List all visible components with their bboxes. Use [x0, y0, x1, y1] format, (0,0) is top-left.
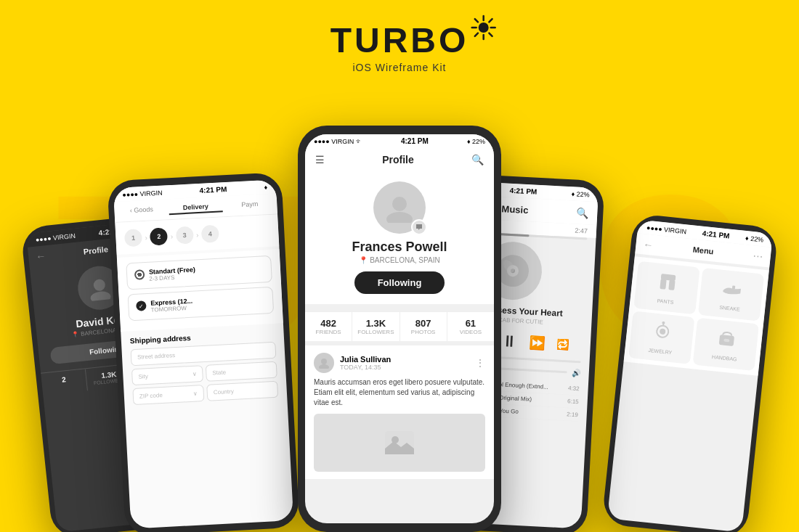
- post-image: [314, 414, 485, 472]
- forward-button[interactable]: ⏩: [529, 335, 545, 351]
- shipping-section: Shipping address Street address Sity∨ St…: [121, 323, 288, 414]
- svg-point-26: [659, 328, 665, 335]
- svg-rect-24: [731, 285, 735, 289]
- zip-input[interactable]: ZIP code∨: [132, 385, 204, 405]
- profile-nav: ☰ Profile 🔍: [305, 148, 494, 171]
- step-1: 1: [124, 229, 142, 247]
- music-search-icon[interactable]: 🔍: [576, 207, 589, 219]
- state-input[interactable]: State: [206, 361, 277, 382]
- pause-button[interactable]: ⏸: [501, 332, 518, 351]
- sneakers-icon: [704, 276, 759, 306]
- stat-photos: 807 PHOTOS: [400, 312, 447, 341]
- handbag-icon: [699, 325, 754, 355]
- svg-line-7: [489, 19, 492, 22]
- stat-photos-label: PHOTOS: [403, 329, 444, 335]
- menu-item-handbag[interactable]: HANDBAG: [693, 318, 759, 372]
- sc-profile: 4:21 PM: [401, 137, 429, 145]
- sr-menu: ♦ 22%: [745, 234, 764, 243]
- stat-followers-num: 1.3K: [355, 318, 396, 329]
- screen-delivery: ●●●● VIRGIN 4:21 PM ♦ ‹ Goods Delivery P…: [113, 179, 293, 528]
- post-avatar: [314, 353, 334, 373]
- svg-rect-22: [660, 279, 666, 290]
- option-express-sub: TOMORROW: [150, 305, 192, 314]
- music-nav-title: Music: [501, 203, 529, 216]
- option-express[interactable]: ✓ Express (12... TOMORROW: [128, 287, 275, 321]
- tab-payment[interactable]: Paym: [222, 197, 277, 212]
- phone-menu: ●●●● VIRGIN 4:21 PM ♦ 22% ← Menu ⋯: [601, 213, 779, 532]
- svg-line-8: [474, 33, 477, 36]
- tab-goods[interactable]: ‹ Goods: [114, 203, 169, 218]
- screen-profile-center: ●●●● VIRGIN ᯤ 4:21 PM ♦ 22% ☰ Profile 🔍: [305, 134, 494, 523]
- chat-badge[interactable]: [411, 219, 427, 235]
- sl-menu: ●●●● VIRGIN: [646, 224, 687, 235]
- menu-item-pants[interactable]: PANTS: [633, 261, 699, 315]
- post-text: Mauris accumsan eros eget libero posuere…: [314, 377, 485, 408]
- stat-videos-label: VIDEOS: [450, 329, 491, 335]
- post-time: TODAY, 14:35: [340, 364, 475, 371]
- check-express[interactable]: ✓: [136, 300, 147, 311]
- radio-standard[interactable]: [134, 269, 145, 280]
- svg-line-5: [474, 19, 477, 22]
- repeat-button[interactable]: 🔁: [556, 338, 569, 351]
- sr-delivery: ♦: [264, 184, 267, 191]
- option-express-info: Express (12... TOMORROW: [150, 298, 193, 314]
- svg-point-13: [321, 359, 327, 364]
- pants-icon: [640, 269, 695, 298]
- stat-videos: 61 VIDEOS: [447, 312, 494, 341]
- profile-post: Julia Sullivan TODAY, 14:35 ⋮ Mauris acc…: [305, 345, 494, 479]
- phones-container: ●●●● VIRGIN 4:21 PM ♦ ← Profile ⋯ David …: [0, 111, 799, 532]
- option-standard-info: Standart (Free) 2-3 DAYS: [149, 266, 196, 282]
- svg-rect-23: [668, 279, 675, 290]
- sc-menu: 4:21 PM: [702, 229, 730, 240]
- stat-followers-label: FOLLOWERS: [355, 329, 396, 335]
- profile-location: 📍 BARCELONA, SPAIN: [315, 256, 484, 264]
- menu-grid: PANTS SNEAKE: [624, 256, 769, 376]
- pl-dur-1: 6:15: [567, 398, 579, 405]
- following-button[interactable]: Following: [354, 271, 445, 294]
- step-3: 3: [175, 226, 193, 245]
- header: TURBO iOS Wireframe Kit: [330, 20, 469, 73]
- sc-delivery: 4:21 PM: [199, 185, 227, 195]
- country-input[interactable]: Country: [206, 381, 278, 401]
- stat-friends-num: 482: [308, 318, 349, 329]
- sc-music: 4:21 PM: [509, 187, 537, 196]
- status-bar-profile: ●●●● VIRGIN ᯤ 4:21 PM ♦ 22%: [305, 134, 494, 148]
- profile-stats: 482 FRIENDS 1.3K FOLLOWERS 807 PHOTOS 61…: [305, 311, 494, 341]
- app-title: TURBO: [330, 21, 469, 60]
- svg-line-6: [489, 33, 492, 36]
- menu-more-icon[interactable]: ⋯: [753, 250, 764, 262]
- menu-item-sneakers[interactable]: SNEAKE: [698, 268, 764, 322]
- dark-stat-0: 2: [41, 369, 88, 395]
- profile-avatar-section: Frances Powell 📍 BARCELONA, SPAIN Follow…: [305, 171, 494, 304]
- menu-back-icon[interactable]: ←: [643, 238, 654, 250]
- profile-name: Frances Powell: [315, 240, 484, 255]
- post-author: Julia Sullivan: [340, 355, 475, 364]
- step-2: 2: [150, 227, 168, 245]
- svg-point-10: [90, 290, 112, 301]
- tab-delivery[interactable]: Delivery: [169, 200, 223, 215]
- svg-point-11: [392, 197, 407, 211]
- stat-videos-num: 61: [450, 318, 491, 329]
- stat-friends-label: FRIENDS: [308, 329, 349, 335]
- sr-profile: ♦ 22%: [467, 138, 485, 145]
- sun-icon: [470, 15, 496, 44]
- delivery-options: Standart (Free) 2-3 DAYS ✓ Express (12..…: [117, 249, 283, 332]
- vol-high-icon: 🔊: [572, 369, 581, 377]
- sl-profile: ●●●● VIRGIN ᯤ: [314, 138, 362, 145]
- pl-dur-0: 4:32: [568, 385, 580, 392]
- menu-icon[interactable]: ☰: [315, 154, 325, 165]
- svg-point-9: [93, 279, 106, 292]
- search-icon[interactable]: 🔍: [471, 154, 484, 165]
- option-standard[interactable]: Standart (Free) 2-3 DAYS: [126, 255, 272, 290]
- post-more-icon[interactable]: ⋮: [475, 357, 485, 369]
- phone-delivery: ●●●● VIRGIN 4:21 PM ♦ ‹ Goods Delivery P…: [107, 172, 299, 532]
- status-left-dark: ●●●● VIRGIN: [35, 232, 76, 243]
- step-4: 4: [201, 225, 219, 243]
- stat-friends: 482 FRIENDS: [305, 312, 352, 341]
- city-input[interactable]: Sity∨: [131, 365, 203, 385]
- arrow-1: ›: [145, 233, 147, 241]
- post-header: Julia Sullivan TODAY, 14:35 ⋮: [314, 353, 485, 373]
- menu-item-jewelry[interactable]: JEWELRY: [628, 311, 694, 364]
- sr-music: ♦ 22%: [571, 190, 590, 198]
- stat-followers: 1.3K FOLLOWERS: [352, 312, 400, 341]
